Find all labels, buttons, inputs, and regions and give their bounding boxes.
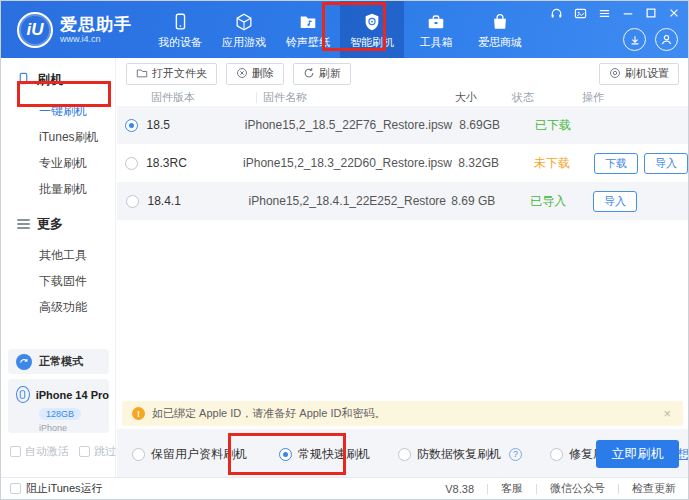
flash-phone-icon [17, 72, 30, 88]
sidebar-section-flash: 刷机 [1, 70, 115, 90]
device-mode-card: 正常模式 [8, 349, 109, 374]
nav-label: 工具箱 [420, 35, 453, 50]
col-size: 大小 [422, 90, 477, 105]
sidebar-item-advanced[interactable]: 高级功能 [1, 294, 115, 320]
music-folder-icon [298, 10, 318, 32]
firmware-version: 18.5 [147, 118, 238, 132]
option-label: 保留用户资料刷机 [151, 446, 247, 463]
auto-activate-checkbox[interactable]: 自动激活 [10, 444, 69, 459]
firmware-row-18-5[interactable]: 18.5 iPhone15,2_18.5_22F76_Restore.ipsw … [117, 106, 688, 144]
col-action: 操作 [582, 90, 688, 105]
import-action-button[interactable]: 导入 [593, 191, 637, 212]
device-capacity-badge: 128GB [39, 408, 81, 420]
firmware-name: iPhone15,2_18.3_22D60_Restore.ipsw [236, 156, 452, 170]
support-headset-icon[interactable] [550, 7, 563, 20]
app-logo[interactable]: iU 爱思助手 www.i4.cn [1, 12, 146, 48]
sidebar-item-pro-flash[interactable]: 专业刷机 [1, 150, 115, 176]
nav-label: 铃声壁纸 [286, 35, 330, 50]
checkbox-icon [10, 446, 21, 457]
theme-skin-icon[interactable] [574, 7, 587, 20]
refresh-button[interactable]: 刷新 [293, 63, 351, 85]
nav-apps-games[interactable]: 应用游戏 [212, 1, 276, 58]
firmware-row-18-3rc[interactable]: 18.3RC iPhone15,2_18.3_22D60_Restore.ips… [117, 144, 688, 182]
option-radio [279, 448, 292, 461]
nav-label: 爱思商城 [478, 35, 522, 50]
block-itunes-checkbox[interactable]: 阻止iTunes运行 [10, 481, 103, 496]
flash-now-button[interactable]: 立即刷机 [596, 440, 679, 468]
delete-button[interactable]: 删除 [226, 63, 284, 85]
firmware-size: 8.69 GB [446, 194, 495, 208]
status-badge: 未下载 [499, 155, 594, 172]
nav-store[interactable]: 爱思商城 [468, 1, 532, 58]
user-account-icon[interactable] [655, 28, 678, 51]
download-manager-icon[interactable] [623, 28, 646, 51]
help-icon[interactable]: ? [509, 448, 522, 461]
main-panel: 打开文件夹 删除 刷新 刷机设置 固件版本 固件名称 大小 状态 操作 [117, 58, 688, 477]
firmware-toolbar: 打开文件夹 删除 刷新 刷机设置 [117, 58, 688, 89]
nav-smart-flash[interactable]: 智能刷机 [340, 1, 404, 58]
row-radio[interactable] [126, 195, 139, 208]
download-action-button[interactable]: 下载 [594, 153, 638, 174]
firmware-row-18-4-1[interactable]: 18.4.1 iPhone15,2_18.4.1_22E252_Restore … [117, 182, 688, 220]
divider [618, 484, 619, 494]
refresh-icon [303, 67, 315, 81]
nav-ringtones-wallpapers[interactable]: 铃声壁纸 [276, 1, 340, 58]
sidebar-item-other-tools[interactable]: 其他工具 [1, 242, 115, 268]
import-action-button[interactable]: 导入 [644, 153, 688, 174]
device-phone-icon [16, 386, 30, 403]
device-info-card: iPhone 14 Pro 128GB iPhone [8, 379, 109, 433]
option-radio [550, 448, 563, 461]
version-label: V8.38 [445, 483, 474, 495]
folder-icon [136, 67, 148, 81]
maximize-icon[interactable] [645, 7, 657, 19]
notice-close-icon[interactable]: × [661, 406, 673, 421]
firmware-version: 18.3RC [146, 156, 236, 170]
header-controls [570, 5, 680, 51]
main-nav: 我的设备 应用游戏 铃声壁纸 智能刷机 [148, 1, 532, 58]
menu-icon[interactable] [598, 7, 611, 20]
sidebar-item-download-firmware[interactable]: 下载固件 [1, 268, 115, 294]
col-firmware-name: 固件名称 [257, 90, 422, 105]
status-bar: 阻止iTunes运行 V8.38 客服 微信公众号 检查更新 [1, 477, 688, 499]
nav-my-device[interactable]: 我的设备 [148, 1, 212, 58]
device-name: iPhone 14 Pro [36, 389, 109, 401]
device-type: iPhone [39, 423, 109, 433]
sidebar-item-one-key-flash[interactable]: 一键刷机 [1, 98, 115, 124]
check-update-link[interactable]: 检查更新 [632, 481, 676, 496]
button-label: 刷机设置 [625, 66, 669, 81]
row-radio[interactable] [125, 157, 138, 170]
shopping-bag-icon [490, 10, 510, 32]
firmware-size: 8.32GB [452, 156, 499, 170]
table-header: 固件版本 固件名称 大小 状态 操作 [117, 89, 688, 106]
option-radio [398, 448, 411, 461]
firmware-size: 8.69GB [452, 118, 500, 132]
sidebar: 刷机 一键刷机 iTunes刷机 专业刷机 批量刷机 更多 其他工具 下载固件 … [1, 58, 116, 477]
option-radio [132, 448, 145, 461]
firmware-version: 18.4.1 [147, 194, 241, 208]
section-title: 刷机 [37, 71, 63, 89]
warning-icon: ! [132, 407, 145, 420]
checkbox-label: 自动激活 [25, 444, 69, 459]
flash-mode-options: 保留用户资料刷机 常规快速刷机 防数据恢复刷机 ? 修复刷机 ? i 只想抹除数… [117, 429, 688, 479]
option-anti-data-recovery[interactable]: 防数据恢复刷机 ? [398, 446, 522, 463]
logo-badge-icon: iU [17, 12, 53, 48]
close-icon[interactable] [668, 7, 680, 19]
app-url: www.i4.cn [60, 34, 132, 44]
minimize-icon[interactable] [622, 7, 634, 19]
customer-service-link[interactable]: 客服 [501, 481, 523, 496]
option-normal-fast-flash[interactable]: 常规快速刷机 [279, 446, 370, 463]
section-title: 更多 [37, 215, 63, 233]
wechat-account-link[interactable]: 微信公众号 [550, 481, 605, 496]
nav-toolbox[interactable]: 工具箱 [404, 1, 468, 58]
sidebar-item-batch-flash[interactable]: 批量刷机 [1, 176, 115, 202]
app-header: iU 爱思助手 www.i4.cn 我的设备 应用游戏 [1, 1, 688, 58]
option-keep-user-data[interactable]: 保留用户资料刷机 [132, 446, 247, 463]
mode-gauge-icon [16, 354, 32, 370]
row-radio[interactable] [125, 119, 138, 132]
phone-icon [170, 10, 190, 32]
checkbox-label: 阻止iTunes运行 [26, 481, 103, 496]
option-label: 防数据恢复刷机 [417, 446, 501, 463]
open-folder-button[interactable]: 打开文件夹 [126, 63, 217, 85]
sidebar-item-itunes-flash[interactable]: iTunes刷机 [1, 124, 115, 150]
flash-settings-button[interactable]: 刷机设置 [599, 63, 679, 85]
